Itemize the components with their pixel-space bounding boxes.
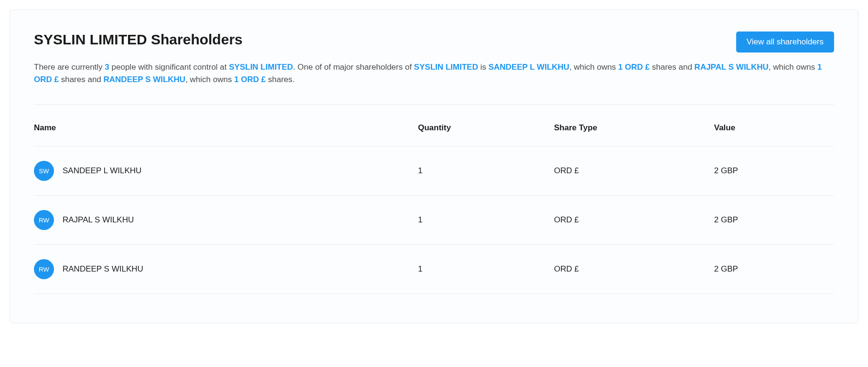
avatar: SW — [34, 161, 54, 181]
avatar: RW — [34, 259, 54, 279]
desc-suffix: shares. — [266, 75, 294, 84]
cell-quantity: 1 — [418, 147, 554, 196]
cell-value: 2 GBP — [714, 196, 834, 245]
cell-share-type: ORD £ — [554, 245, 714, 294]
desc-company-link[interactable]: SYSLIN LIMITED — [229, 63, 293, 72]
desc-after-count: people with significant control at — [109, 63, 229, 72]
shareholders-card: SYSLIN LIMITED Shareholders View all sha… — [10, 10, 858, 323]
name-cell: RW RANDEEP S WILKHU — [34, 259, 418, 279]
desc-mid5: , which owns — [769, 63, 817, 72]
avatar: RW — [34, 210, 54, 230]
page-title: SYSLIN LIMITED Shareholders — [34, 31, 243, 48]
name-cell: SW SANDEEP L WILKHU — [34, 161, 418, 181]
desc-mid7: , which owns — [185, 75, 234, 84]
desc-mid6: shares and — [59, 75, 104, 84]
col-header-quantity: Quantity — [418, 110, 554, 147]
desc-company2-link[interactable]: SYSLIN LIMITED — [414, 63, 478, 72]
col-header-value: Value — [714, 110, 834, 147]
shareholder-name-link[interactable]: RAJPAL S WILKHU — [63, 215, 134, 225]
header-row: SYSLIN LIMITED Shareholders View all sha… — [34, 31, 834, 52]
desc-mid2: is — [478, 63, 489, 72]
desc-name2-link[interactable]: RAJPAL S WILKHU — [695, 63, 769, 72]
desc-name3-link[interactable]: RANDEEP S WILKHU — [104, 75, 186, 84]
desc-mid4: shares and — [650, 63, 695, 72]
table-row: RW RAJPAL S WILKHU 1 ORD £ 2 GBP — [34, 196, 834, 245]
col-header-name: Name — [34, 110, 418, 147]
shareholder-name-link[interactable]: SANDEEP L WILKHU — [63, 166, 141, 176]
cell-value: 2 GBP — [714, 245, 834, 294]
name-cell: RW RAJPAL S WILKHU — [34, 210, 418, 230]
cell-quantity: 1 — [418, 245, 554, 294]
desc-shares3: 1 ORD £ — [234, 75, 266, 84]
desc-shares1: 1 ORD £ — [618, 63, 650, 72]
cell-value: 2 GBP — [714, 147, 834, 196]
desc-mid1: . One of of major shareholders of — [293, 63, 414, 72]
table-row: SW SANDEEP L WILKHU 1 ORD £ 2 GBP — [34, 147, 834, 196]
divider — [34, 105, 834, 105]
shareholder-name-link[interactable]: RANDEEP S WILKHU — [63, 264, 143, 274]
desc-mid3: , which owns — [569, 63, 618, 72]
desc-name1-link[interactable]: SANDEEP L WILKHU — [488, 63, 569, 72]
cell-share-type: ORD £ — [554, 196, 714, 245]
cell-share-type: ORD £ — [554, 147, 714, 196]
shareholders-table: Name Quantity Share Type Value SW SANDEE… — [34, 110, 834, 294]
desc-prefix: There are currently — [34, 63, 105, 72]
view-all-shareholders-button[interactable]: View all shareholders — [736, 31, 834, 52]
col-header-share-type: Share Type — [554, 110, 714, 147]
table-row: RW RANDEEP S WILKHU 1 ORD £ 2 GBP — [34, 245, 834, 294]
table-header-row: Name Quantity Share Type Value — [34, 110, 834, 147]
desc-count: 3 — [105, 63, 109, 72]
description-text: There are currently 3 people with signif… — [34, 61, 834, 85]
cell-quantity: 1 — [418, 196, 554, 245]
